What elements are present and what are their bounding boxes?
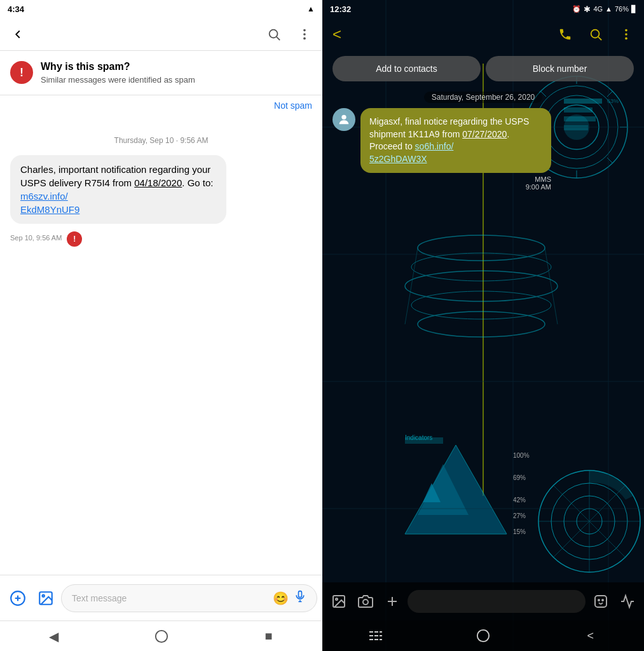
svg-rect-80	[369, 631, 373, 633]
left-panel: 4:34 ▲ ! Why is th	[0, 0, 322, 651]
action-buttons-row: Add to contacts Block number	[322, 51, 644, 86]
right-sticker-button[interactable]	[589, 590, 612, 613]
left-nav-bar: ◀ ■	[0, 620, 322, 651]
svg-rect-88	[380, 639, 382, 640]
right-message-row: Migasxf, final notice regarding the USPS…	[332, 108, 634, 191]
right-camera-button[interactable]	[354, 590, 377, 613]
message-meta: Sep 10, 9:56 AM	[10, 234, 62, 242]
right-search-button[interactable]	[583, 22, 608, 47]
svg-point-30	[411, 253, 551, 281]
svg-point-79	[602, 600, 603, 601]
spam-title: Why is this spam?	[41, 61, 312, 72]
right-status-icons: ⏰ ✱ 4G ▲ 76% ▊	[572, 4, 636, 14]
mic-button[interactable]	[294, 590, 306, 606]
svg-line-35	[545, 248, 558, 324]
battery-percent: 76%	[615, 5, 629, 13]
svg-point-74	[363, 600, 368, 605]
right-menu-nav[interactable]	[357, 623, 395, 648]
svg-rect-77	[595, 596, 606, 607]
svg-text:15%: 15%	[513, 528, 526, 535]
svg-point-51	[538, 470, 640, 572]
svg-marker-43	[423, 483, 441, 502]
left-status-icons: ▲	[307, 4, 315, 13]
svg-text:27%: 27%	[513, 512, 526, 519]
svg-rect-50	[405, 437, 443, 444]
back-button[interactable]	[5, 22, 31, 47]
right-panel: 63% 100% 69% 42% 27% 15% Indicators	[322, 0, 644, 651]
svg-point-66	[591, 30, 599, 38]
svg-point-0	[270, 29, 278, 38]
wifi-icon: ▲	[307, 4, 315, 13]
mms-label: MMS 9:00 AM	[360, 175, 551, 191]
right-nav-bar: <	[322, 620, 644, 651]
svg-point-3	[303, 33, 306, 36]
left-input-bar: Text message 😊	[0, 575, 322, 620]
emoji-button[interactable]: 😊	[273, 591, 289, 606]
svg-rect-81	[369, 635, 373, 636]
svg-line-58	[553, 485, 626, 558]
bluetooth-icon: ✱	[584, 4, 591, 14]
svg-point-52	[551, 483, 627, 559]
spam-text: Why is this spam? Similar messages were …	[41, 61, 312, 85]
right-home-nav[interactable]	[464, 623, 502, 648]
svg-rect-83	[374, 631, 378, 633]
more-button[interactable]	[292, 22, 317, 47]
svg-line-1	[277, 37, 280, 40]
svg-point-32	[411, 291, 551, 319]
svg-marker-42	[418, 464, 469, 515]
back-nav-button[interactable]: ◀	[39, 621, 69, 652]
left-toolbar	[0, 18, 322, 51]
svg-line-67	[598, 37, 601, 40]
spam-banner: ! Why is this spam? Similar messages wer…	[0, 51, 322, 95]
svg-point-68	[625, 29, 627, 32]
battery-icon: ▊	[631, 5, 636, 13]
right-more-button[interactable]	[613, 22, 639, 47]
svg-point-33	[418, 312, 545, 337]
home-nav-button[interactable]	[146, 621, 177, 652]
right-back-nav[interactable]: <	[572, 623, 610, 648]
svg-text:69%: 69%	[513, 474, 526, 481]
svg-line-57	[553, 485, 626, 558]
right-voice-button[interactable]	[616, 590, 639, 613]
svg-text:42%: 42%	[513, 497, 526, 504]
add-to-contacts-button[interactable]: Add to contacts	[332, 56, 481, 81]
not-spam-button[interactable]: Not spam	[0, 95, 322, 116]
text-message-input[interactable]: Text message 😊	[61, 584, 317, 612]
signal-icon: ▲	[605, 5, 612, 13]
svg-point-89	[477, 630, 489, 641]
message-bubble: Charles, important notification regardin…	[10, 155, 226, 224]
network-icon: 4G	[593, 5, 603, 13]
right-gallery-button[interactable]	[327, 590, 350, 613]
right-text-input[interactable]	[408, 590, 586, 613]
add-attachment-button[interactable]	[5, 586, 31, 611]
recents-nav-button[interactable]: ■	[254, 621, 284, 652]
gallery-button[interactable]	[33, 586, 58, 611]
right-messages-area: Saturday, September 26, 2020 Migasxf, fi…	[322, 86, 644, 196]
svg-rect-10	[299, 591, 302, 598]
right-message-link[interactable]: so6h.info/5z2GhDAW3X	[369, 141, 453, 164]
alarm-icon: ⏰	[572, 5, 581, 13]
spam-icon: !	[10, 61, 33, 84]
right-back-button[interactable]: <	[327, 20, 346, 48]
right-message-bubble: Migasxf, final notice regarding the USPS…	[360, 108, 551, 173]
right-add-button[interactable]	[381, 590, 404, 613]
svg-point-4	[303, 37, 306, 39]
block-number-button[interactable]: Block number	[486, 56, 634, 81]
svg-point-9	[43, 594, 45, 596]
svg-text:Indicators: Indicators	[405, 434, 432, 441]
right-bottom: <	[322, 582, 644, 651]
svg-point-71	[341, 115, 346, 120]
right-call-button[interactable]	[552, 22, 578, 47]
svg-point-54	[577, 509, 602, 534]
svg-point-73	[336, 598, 338, 600]
message-link[interactable]: m6szv.info/EkdM8YnUF9	[20, 191, 79, 215]
right-input-bar	[322, 582, 644, 620]
left-status-bar: 4:34 ▲	[0, 0, 322, 18]
svg-point-13	[155, 630, 167, 641]
svg-line-34	[405, 248, 418, 324]
right-toolbar: <	[322, 18, 644, 51]
right-date-separator: Saturday, September 26, 2020	[424, 92, 543, 103]
search-button[interactable]	[261, 22, 287, 47]
sender-avatar	[332, 108, 355, 131]
svg-point-78	[598, 600, 599, 601]
